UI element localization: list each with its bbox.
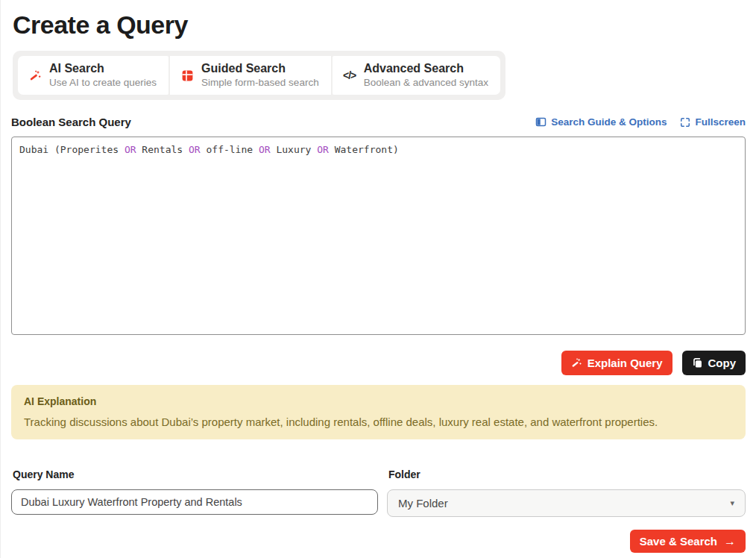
- boolean-query-label: Boolean Search Query: [11, 116, 131, 128]
- chevron-down-icon: ▾: [730, 498, 734, 508]
- save-and-search-button[interactable]: Save & Search →: [630, 530, 746, 553]
- code-icon: </>: [343, 69, 356, 81]
- explain-query-label: Explain Query: [588, 356, 663, 370]
- query-actions: Explain Query Copy: [11, 351, 746, 375]
- tab-sublabel: Use AI to create queries: [49, 76, 157, 90]
- arrow-right-icon: →: [724, 535, 736, 548]
- folder-label: Folder: [388, 468, 746, 481]
- search-guide-link-label: Search Guide & Options: [551, 116, 667, 128]
- wand-icon: [571, 357, 582, 369]
- tab-ai-search[interactable]: AI Search Use AI to create queries: [18, 56, 168, 95]
- query-header: Boolean Search Query Search Guide & Opti…: [11, 116, 746, 128]
- copy-icon: [692, 357, 703, 369]
- search-mode-tabs: AI Search Use AI to create queries Guide…: [13, 51, 505, 100]
- fullscreen-link[interactable]: Fullscreen: [680, 116, 746, 128]
- boolean-query-textarea[interactable]: Dubai (Properites OR Rentals OR off-line…: [11, 137, 746, 335]
- wand-icon: [28, 69, 42, 82]
- tab-sublabel: Boolean & advanced syntax: [364, 76, 488, 90]
- fullscreen-icon: [680, 117, 690, 128]
- query-form: Query Name Folder My Folder ▾: [11, 468, 746, 517]
- ai-explanation-title: AI Explanation: [24, 395, 733, 408]
- query-name-input[interactable]: [11, 489, 378, 515]
- fullscreen-link-label: Fullscreen: [695, 116, 746, 128]
- page-title: Create a Query: [13, 9, 746, 40]
- copy-button[interactable]: Copy: [682, 351, 746, 375]
- panel-left-icon: [535, 116, 546, 128]
- folder-select-value: My Folder: [398, 497, 448, 510]
- create-query-page: Create a Query AI Search Use AI to creat…: [1, 9, 756, 553]
- query-name-label: Query Name: [13, 468, 378, 481]
- tab-label: Guided Search: [201, 61, 319, 76]
- tab-guided-search[interactable]: Guided Search Simple form-based search: [170, 56, 331, 95]
- grid-icon: [180, 69, 194, 82]
- ai-explanation-box: AI Explanation Tracking discussions abou…: [11, 385, 746, 439]
- tab-label: AI Search: [49, 61, 157, 76]
- save-and-search-label: Save & Search: [640, 534, 717, 548]
- tab-label: Advanced Search: [364, 61, 488, 76]
- folder-select[interactable]: My Folder ▾: [387, 489, 746, 517]
- search-guide-link[interactable]: Search Guide & Options: [535, 116, 667, 128]
- explain-query-button[interactable]: Explain Query: [561, 351, 672, 375]
- tab-advanced-search[interactable]: </> Advanced Search Boolean & advanced s…: [333, 56, 500, 95]
- tab-sublabel: Simple form-based search: [201, 76, 319, 90]
- copy-label: Copy: [708, 356, 737, 370]
- save-row: Save & Search →: [11, 530, 746, 553]
- ai-explanation-body: Tracking discussions about Dubai’s prope…: [24, 415, 733, 430]
- boolean-query-text: Dubai (Properites OR Rentals OR off-line…: [19, 144, 399, 155]
